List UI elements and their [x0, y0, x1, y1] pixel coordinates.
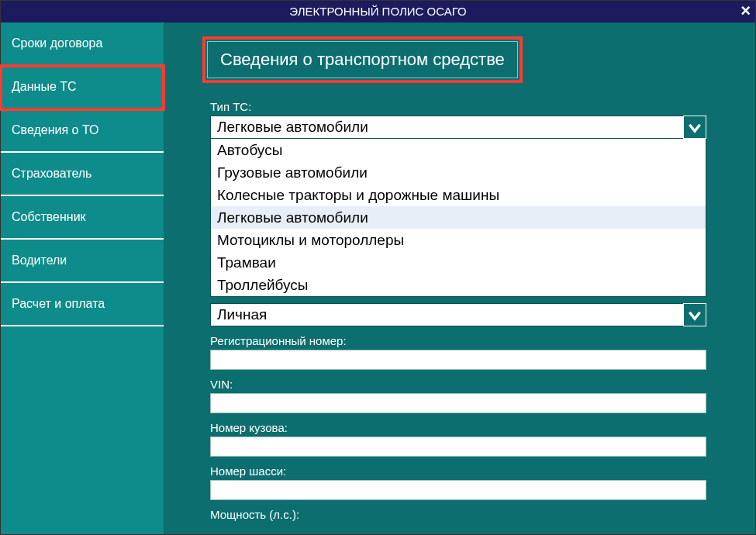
app-window: ЭЛЕКТРОННЫЙ ПОЛИС ОСАГО × Сроки договора…: [0, 0, 756, 535]
dropdown-option[interactable]: Троллейбусы: [211, 274, 706, 296]
form-column: Тип ТС: Легковые автомобили Автобусы Гру…: [210, 100, 706, 521]
sidebar-item-vehicle-data[interactable]: Данные ТС: [1, 66, 164, 109]
sidebar-item-label: Собственник: [12, 210, 86, 224]
chassis-number-input[interactable]: [210, 480, 706, 500]
sidebar-item-label: Данные ТС: [12, 80, 77, 94]
vin-input[interactable]: [210, 393, 706, 413]
sidebar: Сроки договора Данные ТС Сведения о ТО С…: [1, 22, 164, 534]
dropdown-option[interactable]: Автобусы: [211, 139, 706, 161]
sidebar-item-inspection[interactable]: Сведения о ТО: [1, 109, 164, 153]
vehicle-type-value[interactable]: Легковые автомобили: [210, 116, 706, 139]
dropdown-option[interactable]: Грузовые автомобили: [211, 161, 706, 184]
chevron-down-icon[interactable]: [683, 303, 706, 326]
dropdown-option[interactable]: Колесные тракторы и дорожные машины: [211, 184, 706, 206]
purpose-value[interactable]: Личная: [210, 303, 706, 326]
section-title: Сведения о транспортном средстве: [207, 41, 518, 78]
sidebar-item-label: Сведения о ТО: [12, 123, 98, 137]
reg-number-input[interactable]: [210, 350, 706, 370]
purpose-select[interactable]: Личная: [210, 303, 706, 326]
body-number-input[interactable]: [210, 437, 706, 457]
reg-number-label: Регистрационный номер:: [210, 334, 706, 347]
section-title-highlight: Сведения о транспортном средстве: [202, 36, 523, 83]
dropdown-option[interactable]: Мотоциклы и мотороллеры: [211, 229, 706, 251]
chassis-number-label: Номер шасси:: [210, 464, 706, 478]
sidebar-item-payment[interactable]: Расчет и оплата: [1, 283, 164, 326]
sidebar-item-policyholder[interactable]: Страхователь: [1, 153, 164, 196]
power-label: Мощность (л.с.):: [210, 508, 706, 521]
sidebar-filler: [1, 326, 164, 534]
sidebar-item-drivers[interactable]: Водители: [1, 240, 164, 283]
body-number-label: Номер кузова:: [210, 421, 706, 434]
close-icon[interactable]: ×: [740, 1, 751, 21]
window-body: Сроки договора Данные ТС Сведения о ТО С…: [1, 22, 755, 534]
window-title: ЭЛЕКТРОННЫЙ ПОЛИС ОСАГО: [289, 5, 466, 18]
vehicle-type-dropdown: Автобусы Грузовые автомобили Колесные тр…: [210, 139, 706, 297]
sidebar-item-label: Водители: [12, 254, 67, 268]
sidebar-item-label: Страхователь: [12, 167, 91, 181]
dropdown-option[interactable]: Трамваи: [211, 251, 706, 274]
chevron-down-icon[interactable]: [683, 116, 706, 139]
sidebar-item-label: Сроки договора: [12, 36, 102, 50]
vin-label: VIN:: [210, 378, 706, 391]
titlebar: ЭЛЕКТРОННЫЙ ПОЛИС ОСАГО ×: [1, 1, 755, 22]
sidebar-item-label: Расчет и оплата: [12, 297, 105, 311]
type-label: Тип ТС:: [210, 100, 706, 113]
main-panel: Сведения о транспортном средстве Тип ТС:…: [164, 22, 755, 534]
dropdown-option[interactable]: Легковые автомобили: [211, 206, 706, 229]
sidebar-item-owner[interactable]: Собственник: [1, 196, 164, 240]
vehicle-type-select[interactable]: Легковые автомобили Автобусы Грузовые ав…: [210, 116, 706, 297]
sidebar-item-terms[interactable]: Сроки договора: [1, 22, 164, 66]
